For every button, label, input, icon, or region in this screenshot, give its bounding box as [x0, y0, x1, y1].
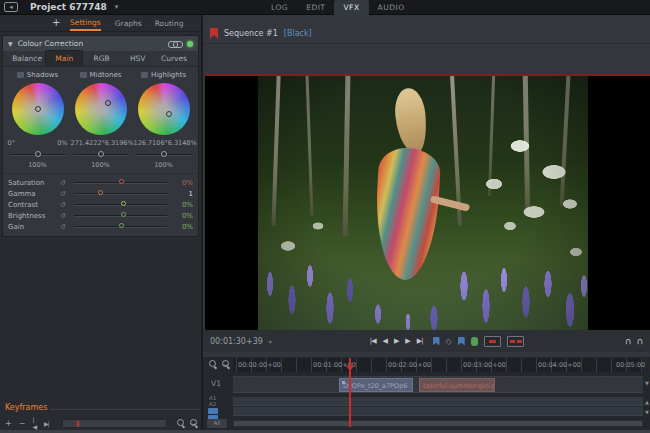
- sequence-name[interactable]: Sequence #1: [224, 29, 278, 38]
- audio-monitor-icon[interactable]: [208, 408, 218, 414]
- timecode-caret-icon[interactable]: ▾: [269, 338, 272, 345]
- tab-routing[interactable]: Routing: [155, 16, 184, 30]
- saturation-value: 0%: [171, 179, 193, 187]
- audio-track-label-a2[interactable]: A2: [209, 401, 216, 407]
- keyframe-add-button[interactable]: +: [5, 419, 12, 428]
- shadows-wheel-cursor[interactable]: [35, 106, 41, 112]
- settings-panel: + Settings Graphs Routing ▼ Colour Corre…: [0, 15, 201, 430]
- tab-audio[interactable]: AUDIO: [369, 0, 414, 15]
- color-wheels: Shadows 0° 0% 100%: [3, 67, 198, 169]
- gamma-label: Gamma: [8, 190, 60, 198]
- brightness-label: Brightness: [8, 212, 60, 220]
- gamma-value: 1: [171, 190, 193, 198]
- cue-marker-icon[interactable]: ◇: [446, 337, 452, 346]
- brightness-slider[interactable]: [74, 211, 167, 220]
- highlights-luma-slider[interactable]: [136, 150, 192, 159]
- tab-settings[interactable]: Settings: [70, 15, 101, 31]
- vignette-overlay: [258, 76, 588, 330]
- shadows-luma-slider[interactable]: [10, 150, 66, 159]
- play-button[interactable]: ▶: [394, 337, 398, 345]
- correction-sliders: Saturation ↺ 0% Gamma ↺ 1 Contrast ↺ 0%: [3, 173, 198, 232]
- timecode-display[interactable]: 00:01:30+39: [210, 337, 263, 346]
- timeline-ruler[interactable]: 00:00:00+00 00:01:00+00 00:02:00+00 00:0…: [233, 358, 643, 372]
- gain-slider[interactable]: [74, 222, 167, 231]
- tab-curves[interactable]: Curves: [156, 51, 192, 66]
- audio-track-collapse-button[interactable]: ▼: [644, 409, 650, 415]
- gamma-slider[interactable]: [74, 189, 167, 198]
- effect-enabled-led[interactable]: [187, 41, 193, 47]
- go-to-end-button[interactable]: ▶|: [417, 337, 423, 345]
- midtones-wheel-cursor[interactable]: [105, 100, 111, 106]
- video-track-lane[interactable]: DyQPe_t20_a7POp6 colorful-summer-girl-pa…: [233, 376, 643, 393]
- overview-scroll-bar[interactable]: [233, 420, 643, 427]
- midtones-luma-slider[interactable]: [73, 150, 129, 159]
- brightness-reset-icon[interactable]: ↺: [60, 212, 70, 220]
- midtones-reset-icon[interactable]: [80, 72, 87, 78]
- mark-in-icon[interactable]: [433, 337, 440, 346]
- audio-track-expand-button[interactable]: ▲: [644, 399, 650, 405]
- contrast-reset-icon[interactable]: ↺: [60, 201, 70, 209]
- saturation-reset-icon[interactable]: ↺: [60, 179, 70, 187]
- viewer-panel: Sequence #1 [Black] 00:01:30+3: [203, 15, 650, 357]
- replace-edit-icon[interactable]: [507, 336, 524, 347]
- loop-left-icon[interactable]: ∩: [625, 336, 632, 346]
- step-forward-button[interactable]: ▶: [405, 337, 409, 345]
- keyframe-prev-button[interactable]: |◀: [32, 416, 37, 430]
- contrast-slider[interactable]: [74, 200, 167, 209]
- audio-lane-a2[interactable]: [233, 407, 643, 416]
- keyframes-zoom-in-icon[interactable]: [176, 418, 186, 428]
- tab-main[interactable]: Main: [45, 50, 83, 66]
- timeline-zoom-in-icon[interactable]: [208, 359, 218, 369]
- sequence-bookmark-icon[interactable]: [210, 28, 218, 39]
- highlights-wheel-group: Highlights 126.7106° 6.3148% 100%: [132, 69, 195, 169]
- shadows-reset-icon[interactable]: [17, 72, 24, 78]
- tab-balance[interactable]: Balance: [9, 51, 45, 66]
- all-tracks-button[interactable]: All: [207, 419, 227, 428]
- saturation-slider[interactable]: [74, 178, 167, 187]
- marker-buttons: ◇: [433, 336, 524, 347]
- video-track-collapse-button[interactable]: ▼: [644, 380, 650, 386]
- shadows-label: Shadows: [27, 71, 58, 79]
- loop-right-icon[interactable]: ∩: [636, 336, 643, 346]
- project-title[interactable]: Project 677748: [30, 2, 107, 12]
- timeline-clip-colorful-summer[interactable]: colorful-summer-girl-pastel: [419, 378, 495, 392]
- timeline-zoom-out-icon[interactable]: [221, 359, 231, 369]
- insert-edit-icon[interactable]: [484, 336, 501, 347]
- highlights-wheel-cursor[interactable]: [166, 111, 172, 117]
- tab-vfx[interactable]: VFX: [334, 0, 368, 15]
- keyframe-remove-button[interactable]: −: [19, 419, 26, 428]
- link-icon[interactable]: [168, 40, 181, 47]
- highlights-reset-icon[interactable]: [141, 72, 148, 78]
- add-effect-button[interactable]: +: [52, 17, 60, 28]
- midtones-wheel-group: Midtones 271.4222° 6.3196% 100%: [69, 69, 132, 169]
- exit-project-icon[interactable]: ◂: [4, 2, 18, 12]
- highlights-color-wheel[interactable]: [138, 83, 190, 135]
- midtones-color-wheel[interactable]: [75, 83, 127, 135]
- tab-log[interactable]: LOG: [262, 0, 297, 15]
- tab-edit[interactable]: EDIT: [297, 0, 334, 15]
- gamma-reset-icon[interactable]: ↺: [60, 190, 70, 198]
- step-back-button[interactable]: ◀: [383, 337, 387, 345]
- tab-rgb[interactable]: RGB: [83, 51, 119, 66]
- collapse-caret-icon[interactable]: ▼: [8, 40, 13, 47]
- project-menu-caret-icon[interactable]: ▾: [115, 3, 119, 11]
- mark-out-icon[interactable]: [458, 337, 465, 346]
- colour-correction-header[interactable]: ▼ Colour Correction: [3, 36, 198, 51]
- keyframes-zoom-out-icon[interactable]: [189, 418, 199, 428]
- keyframes-timeline-bar[interactable]: [62, 419, 168, 428]
- audio-lane-a1[interactable]: [233, 397, 643, 406]
- midtones-label: Midtones: [90, 71, 122, 79]
- keyframe-next-button[interactable]: ▶|: [44, 420, 49, 427]
- video-track-label[interactable]: V1: [211, 379, 221, 388]
- go-to-start-button[interactable]: |◀: [370, 337, 376, 345]
- keyframe-position-marker[interactable]: [77, 421, 79, 427]
- shadows-color-wheel[interactable]: [12, 83, 64, 135]
- tab-hsv[interactable]: HSV: [120, 51, 156, 66]
- tab-graphs[interactable]: Graphs: [115, 16, 142, 30]
- park-marker-icon[interactable]: [471, 337, 478, 346]
- clip-fx-dot: [342, 381, 345, 384]
- video-stage[interactable]: [205, 76, 650, 330]
- playhead[interactable]: [349, 358, 351, 427]
- gain-reset-icon[interactable]: ↺: [60, 223, 70, 231]
- audio-track-labels: A1 A2: [209, 395, 216, 407]
